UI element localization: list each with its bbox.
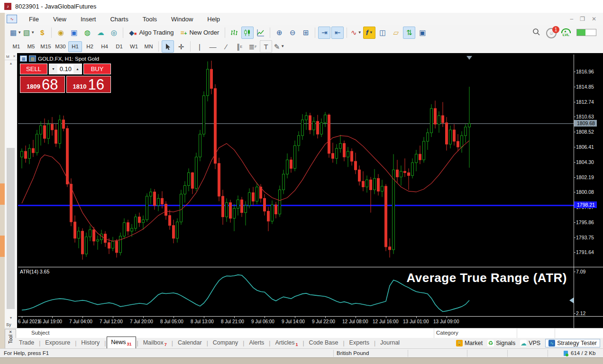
candle-body [78,231,80,238]
signals-waves-icon[interactable]: ◍ [81,27,93,39]
indicators-icon[interactable]: ∿▼ [350,27,362,39]
tab-mailbox[interactable]: Mailbox7 [139,338,171,348]
chart-window[interactable]: ▦ ▨ GOLD.FX, H1: Spot Gold SELL ▼ 0.10 ▲… [17,53,603,328]
tab-history[interactable]: History [77,338,103,348]
depth-of-market-icon[interactable]: ▦ [20,55,27,62]
chart-app-icon[interactable]: ∿ [7,15,17,23]
market-store-icon[interactable]: ▣ [68,27,80,39]
toolbox-close-icon[interactable]: ✕ [9,329,12,335]
line-chart-type-icon[interactable] [255,27,267,39]
timeframe-button-m5[interactable]: M5 [24,41,38,52]
shapes-tool-icon[interactable]: ✎▼ [273,40,285,53]
timeframe-button-d1[interactable]: D1 [112,41,126,52]
buy-price-display[interactable]: 1810 16 [66,76,111,93]
tile-windows-icon[interactable]: ⊞ [300,27,312,39]
zoom-in-icon[interactable]: ⊕ [273,27,285,39]
column-separator[interactable] [555,328,555,338]
templates-folder-icon[interactable]: ▱ [390,27,402,39]
scroll-up-arrow[interactable]: ▲ [5,60,17,66]
save-chart-icon[interactable]: ▣ [416,27,429,39]
bar-chart-type-icon[interactable] [228,27,240,39]
scroll-down-arrow[interactable]: ▼ [5,315,17,320]
tab-articles[interactable]: Articles1 [271,338,302,348]
strategy-tester-button[interactable]: ∿ Strategy Tester [545,339,600,347]
tab-company[interactable]: Company [209,338,242,348]
expert-function-icon[interactable]: f▼ [363,27,375,39]
tab-code-base[interactable]: Code Base [305,338,342,348]
tab-calendar[interactable]: Calendar [174,338,206,348]
column-header-subject[interactable]: Subject [31,330,49,336]
column-separator[interactable] [434,328,434,338]
market-watch-icon[interactable]: $ [36,27,48,39]
crosshair-tool-icon[interactable]: ✛ [175,40,187,53]
menu-item-help[interactable]: Help [200,14,227,25]
sell-button[interactable]: SELL [20,64,47,74]
vps-button[interactable]: ☁ VPS [520,340,540,346]
market-button[interactable]: 🔒 Market [456,340,483,346]
buy-button[interactable]: BUY [83,64,111,74]
equidistant-channel-tool-icon[interactable]: ∥E [233,40,246,53]
tab-news[interactable]: News31 [107,337,136,349]
panel-close-icon[interactable]: ✕ [13,55,16,58]
time-axis[interactable]: 6 Jul 20216 Jul 19:007 Jul 04:007 Jul 12… [18,316,603,328]
algo-trading-button[interactable]: ◆■ Algo Trading [126,28,177,37]
timeframe-button-m30[interactable]: M30 [54,41,67,52]
minimize-button[interactable]: – [570,16,573,22]
chart-profiles-icon[interactable]: ▧▼ [23,27,35,39]
timeframe-button-w1[interactable]: W1 [127,41,141,52]
data-window-icon[interactable]: ◫ [376,27,389,39]
new-order-button[interactable]: ≡+ New Order [177,28,222,37]
auto-scroll-icon[interactable]: ⇥ [318,27,330,39]
menu-item-window[interactable]: Window [164,14,200,25]
trendline-tool-icon[interactable]: ∕ [220,40,232,53]
column-separator[interactable] [517,328,517,338]
chart-shift-icon[interactable]: ⇤ [331,27,344,39]
sell-price-display[interactable]: 1809 68 [20,76,65,93]
volume-increase-icon[interactable]: ▲ [73,64,82,74]
new-chart-icon[interactable]: ▦▼ [9,27,22,39]
menu-item-insert[interactable]: Insert [73,14,103,25]
vertical-line-tool-icon[interactable]: | [193,40,206,53]
candlestick-type-icon[interactable] [241,27,254,39]
horizontal-line-tool-icon[interactable]: — [207,40,219,53]
menu-item-tools[interactable]: Tools [136,14,164,25]
timeframe-button-h2[interactable]: H2 [83,41,97,52]
symbols-tab-label[interactable]: Sy [6,322,11,327]
profile-notifications-icon[interactable]: ☺ 1 [546,28,556,37]
cursor-tool-icon[interactable] [162,40,174,53]
column-header-category[interactable]: Category [436,330,458,336]
timeframe-button-h1[interactable]: H1 [68,41,82,52]
chart-window-icon[interactable]: ▨ [29,55,36,62]
refresh-data-icon[interactable]: ⇅ [403,27,415,39]
atr-indicator-pane[interactable]: ATR(14) 3.65 Average True Range (ATR) [18,268,574,316]
menu-item-charts[interactable]: Charts [103,14,135,25]
zoom-out-icon[interactable]: ⊖ [286,27,299,39]
tab-alerts[interactable]: Alerts [245,338,268,348]
search-icon[interactable] [532,28,540,37]
candle-body [218,164,220,196]
volume-decrease-icon[interactable]: ▼ [49,64,57,74]
text-tool-icon[interactable]: T [260,40,272,53]
restore-button[interactable]: ❐ [580,16,585,22]
blue-level-price-tag: 1798.21 [574,201,597,208]
scrollbar-thumb[interactable] [7,148,15,309]
tab-exposure[interactable]: Exposure [41,338,74,348]
search-community-icon[interactable]: ◎ [108,27,120,39]
tab-experts[interactable]: Experts [346,338,373,348]
lvl-indicator-icon[interactable]: LVL [561,28,571,37]
signals-button[interactable]: ♻ Signals [487,340,515,346]
fibonacci-tool-icon[interactable]: ≣F [247,40,259,53]
menu-item-view[interactable]: View [46,14,73,25]
tab-journal[interactable]: Journal [376,338,403,348]
pane-separator[interactable] [18,267,603,267]
close-button[interactable]: ✕ [592,16,596,22]
timeframe-button-m1[interactable]: M1 [9,41,23,52]
tab-trade[interactable]: Trade [15,338,38,348]
quotes-coin-icon[interactable]: ◉ [55,27,67,39]
timeframe-button-m15[interactable]: M15 [39,41,53,52]
menu-item-file[interactable]: File [22,14,46,25]
volume-value[interactable]: 0.10 [57,64,73,74]
timeframe-button-mn[interactable]: MN [142,41,155,52]
timeframe-button-h4[interactable]: H4 [98,41,111,52]
vps-server-icon[interactable]: ☁ [94,27,107,39]
